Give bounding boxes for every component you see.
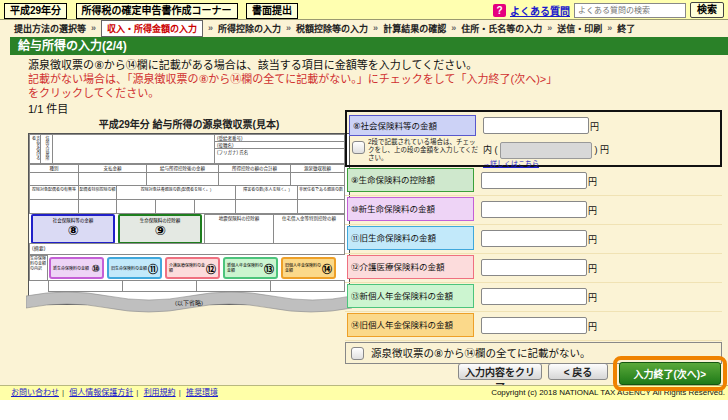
clear-button[interactable]: 入力内容をクリア — [458, 363, 542, 380]
inner-amount-input — [500, 142, 592, 159]
field9-row: ⑨生命保険料の控除額 円 — [345, 168, 722, 196]
field8-amount-input[interactable] — [483, 117, 589, 134]
slip-v-spouse — [29, 199, 79, 214]
record-counter: 1/1 件目 — [28, 100, 68, 116]
back-button[interactable]: < 戻る — [548, 363, 608, 380]
details-link[interactable]: →詳しくはこちら — [483, 158, 539, 168]
field13-amount-input[interactable] — [481, 288, 587, 305]
next-button-highlight: 入力終了(次へ)> — [613, 356, 728, 391]
slip-v-disabled — [235, 199, 298, 214]
contact-link[interactable]: お問い合わせ — [11, 388, 59, 397]
slip-box-9-number: ⑨ — [120, 223, 200, 238]
terms-link[interactable]: 利用規約 — [144, 388, 176, 397]
field13-label: ⑬新個人年金保険料の金額 — [347, 284, 474, 308]
slip-v-nonresident — [297, 199, 345, 214]
field10-amount-input[interactable] — [481, 201, 587, 218]
privacy-link[interactable]: 個人情報保護方針 — [69, 388, 133, 397]
field13-row: ⑬新個人年金保険料の金額 円 — [345, 284, 722, 312]
slip-box-14: 旧個人年金保険料の金額 ⑭ — [281, 257, 336, 279]
field11-row: ⑪旧生命保険料の金額 円 — [345, 226, 722, 254]
field8-label: ⑧社会保険料等の金額 — [349, 115, 476, 136]
slip-box-12-number: ⑫ — [206, 261, 218, 276]
slip-sheet: 支払を受ける者 住所又は居所 (受給者番号) (役職名) (フリガナ) 氏名 種… — [28, 133, 350, 305]
yen-label: 円 — [588, 175, 597, 188]
instruction-line-2: 記載がない場合は、「源泉徴収票の⑧から⑭欄の全てに記載がない。」にチェックをして… — [28, 72, 718, 86]
instruction-line-3: をクリックしてください。 — [28, 86, 718, 100]
slip-h-spouse: 控除対象配偶者の有無等 — [29, 185, 79, 200]
slip-box-13-number: ⑬ — [264, 261, 276, 276]
slip-housing-cell: 住宅借入金等特別控除の額 — [273, 214, 345, 244]
slip-quake-cell: 地震保険料の控除額 — [204, 214, 274, 244]
step-results: 計算結果の確認 — [383, 22, 446, 35]
no-entries-label: 源泉徴収票の⑧から⑭欄の全てに記載がない。 — [371, 343, 590, 364]
breadcrumb-separator: » — [208, 23, 213, 33]
field14-row: ⑭旧個人年金保険料の金額 円 — [345, 313, 722, 341]
app-title-chip: 所得税の確定申告書作成コーナー — [76, 3, 238, 19]
field9-amount-input[interactable] — [481, 172, 587, 189]
slip-box-11-number: ⑪ — [148, 261, 160, 276]
submission-mode-chip: 書面提出 — [246, 3, 298, 19]
yen-label: 円 — [588, 204, 597, 217]
step-print: 送信・印刷 — [557, 22, 602, 35]
slip-h-spouse-special: 配偶者特別控除の額 — [78, 185, 117, 200]
slip-box-14-label: 旧個人年金保険料の金額 — [283, 263, 322, 273]
breadcrumb: 提出方法の選択等 » 収入・所得金額の入力 » 所得控除の入力 » 税額控除等の… — [0, 20, 728, 36]
slip-omitted-text: (以下省略) — [175, 299, 203, 307]
step-finish: 終了 — [617, 22, 635, 35]
breadcrumb-separator: » — [451, 23, 456, 33]
inner-suffix: ) 円 — [595, 145, 610, 155]
slip-torn-edge: (以下省略) — [26, 286, 352, 316]
field12-row: ⑫介護医療保険料の金額 円 — [345, 255, 722, 283]
step-deductions: 所得控除の入力 — [218, 22, 281, 35]
search-button[interactable]: 検索 — [690, 2, 724, 18]
field12-label: ⑫介護医療保険料の金額 — [347, 255, 474, 279]
yen-label: 円 — [588, 320, 597, 333]
instruction-line-1: 源泉徴収票の⑧から⑭欄に記載がある場合は、該当する項目に金額等を入力してください… — [28, 58, 718, 72]
yen-label: 円 — [590, 120, 599, 133]
slip-v-withheld — [290, 172, 345, 186]
faq-search-input[interactable] — [574, 3, 686, 18]
slip-box-10: 新生命保険料の金額 ⑩ — [49, 257, 104, 279]
slip-box-13-label: 新個人年金保険料の金額 — [225, 263, 264, 273]
no-entries-checkbox[interactable] — [351, 347, 364, 360]
slip-address-value — [52, 134, 215, 164]
environment-link[interactable]: 推奨環境 — [186, 388, 218, 397]
field11-label: ⑪旧生命保険料の金額 — [347, 226, 474, 250]
slip-h-nonresident: 非居住者である親族の数 — [297, 185, 345, 200]
page: 平成29年分 所得税の確定申告書作成コーナー 書面提出 ? よくある質問 検索 … — [0, 0, 728, 420]
breadcrumb-separator: » — [91, 23, 96, 33]
slip-name: (フリガナ) 氏名 — [214, 148, 345, 164]
field14-amount-input[interactable] — [481, 317, 587, 334]
footer-separator: | — [179, 388, 181, 397]
field9-label: ⑨生命保険料の控除額 — [347, 168, 474, 192]
step-income-current: 収入・所得金額の入力 — [101, 20, 203, 37]
question-icon: ? — [493, 4, 506, 17]
slip-v-spouse-special — [78, 199, 117, 214]
slip-box-10-number: ⑩ — [92, 263, 102, 274]
slip-box-8-number: ⑧ — [33, 223, 113, 238]
field11-amount-input[interactable] — [481, 230, 587, 247]
footer-links: お問い合わせ| 個人情報保護方針| 利用規約| 推奨環境 — [8, 386, 221, 400]
field10-row: ⑩新生命保険料の金額 円 — [345, 197, 722, 225]
slip-box-11: 旧生命保険料の金額 ⑪ — [107, 257, 162, 279]
next-button[interactable]: 入力終了(次へ)> — [619, 362, 722, 385]
slip-box-11-label: 旧生命保険料の金額 — [109, 266, 148, 271]
footer-separator: | — [136, 388, 138, 397]
slip-v-paid — [78, 172, 147, 186]
slip-box-12-label: 介護医療保険料の金額 — [167, 263, 206, 273]
breadcrumb-separator: » — [286, 23, 291, 33]
step-tax-credits: 税額控除等の入力 — [296, 22, 368, 35]
year-chip: 平成29年分 — [4, 3, 67, 19]
field10-label: ⑩新生命保険料の金額 — [347, 197, 474, 221]
slip-v-after — [146, 172, 219, 186]
field14-label: ⑭旧個人年金保険料の金額 — [347, 313, 474, 337]
breadcrumb-separator: » — [373, 23, 378, 33]
faq-link[interactable]: よくある質問 — [510, 3, 570, 18]
slip-h-dependents: 控除対象扶養親族の数(配偶者を除く。) — [116, 185, 236, 200]
slip-box-9: 生命保険料の控除額 ⑨ — [118, 214, 202, 244]
inner-prefix: 内 ( — [483, 145, 498, 155]
two-tier-checkbox[interactable] — [352, 141, 365, 154]
field12-amount-input[interactable] — [481, 259, 587, 276]
inner-amount-line: 内 ( ) 円 — [483, 142, 609, 159]
slip-v-type — [29, 172, 79, 186]
